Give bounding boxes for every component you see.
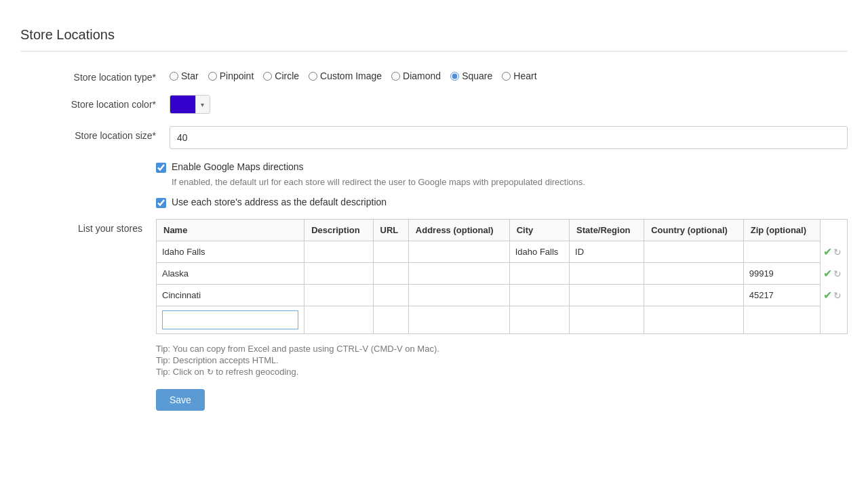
color-picker[interactable]: ▾ xyxy=(170,95,210,114)
radio-label-diamond[interactable]: Diamond xyxy=(403,70,441,81)
radio-label-custom-image[interactable]: Custom Image xyxy=(320,70,382,81)
new-zip-cell xyxy=(743,306,820,334)
tips-section: Tip: You can copy from Excel and paste u… xyxy=(156,344,848,377)
radio-option-circle[interactable]: Circle xyxy=(263,70,299,81)
table-row: Alaska 99919 ✔ ↻ xyxy=(157,263,848,285)
cell-country-1 xyxy=(644,241,744,263)
new-address-cell xyxy=(408,306,509,334)
cell-url-2 xyxy=(373,263,408,285)
cell-name-3: Cincinnati xyxy=(157,285,304,306)
location-type-label: Store location type* xyxy=(34,68,170,83)
cell-desc-1 xyxy=(304,241,373,263)
cell-state-1: ID xyxy=(570,241,644,263)
row-actions-1: ✔ ↻ xyxy=(821,241,848,263)
radio-option-diamond[interactable]: Diamond xyxy=(391,70,441,81)
radio-label-star[interactable]: Star xyxy=(181,70,199,81)
new-row-actions xyxy=(821,306,848,334)
col-header-name: Name xyxy=(157,220,304,241)
cell-desc-3 xyxy=(304,285,373,306)
radio-option-custom-image[interactable]: Custom Image xyxy=(309,70,382,81)
radio-option-star[interactable]: Star xyxy=(170,70,199,81)
cell-zip-1 xyxy=(743,241,820,263)
col-header-country: Country (optional) xyxy=(644,220,744,241)
radio-option-heart[interactable]: Heart xyxy=(502,70,536,81)
stores-table: Name Description URL Address (optional) … xyxy=(156,219,848,334)
table-row: Cincinnati 45217 ✔ ↻ xyxy=(157,285,848,306)
new-url-cell xyxy=(373,306,408,334)
new-country-cell xyxy=(644,306,744,334)
cell-country-2 xyxy=(644,263,744,285)
use-address-label[interactable]: Use each store's address as the default … xyxy=(172,197,387,207)
new-store-name-input[interactable] xyxy=(162,310,298,329)
radio-label-pinpoint[interactable]: Pinpoint xyxy=(220,70,254,81)
color-swatch xyxy=(170,95,195,114)
enable-maps-label[interactable]: Enable Google Maps directions xyxy=(172,161,304,172)
location-type-radio-group: Star Pinpoint Circle Custom Image xyxy=(170,68,848,81)
location-size-label: Store location size* xyxy=(34,126,170,141)
cell-state-3 xyxy=(570,285,644,306)
table-row: Idaho Falls Idaho Falls ID ✔ ↻ xyxy=(157,241,848,263)
check-icon-2[interactable]: ✔ xyxy=(823,267,832,280)
refresh-icon-3[interactable]: ↻ xyxy=(833,290,842,301)
cell-url-3 xyxy=(373,285,408,306)
tip-2: Tip: Description accepts HTML. xyxy=(156,355,848,365)
new-store-row xyxy=(157,306,848,334)
cell-url-1 xyxy=(373,241,408,263)
page-title: Store Locations xyxy=(20,27,848,52)
new-name-cell[interactable] xyxy=(157,306,304,334)
cell-state-2 xyxy=(570,263,644,285)
cell-zip-3: 45217 xyxy=(743,285,820,306)
cell-name-1: Idaho Falls xyxy=(157,241,304,263)
radio-label-circle[interactable]: Circle xyxy=(275,70,299,81)
use-address-checkbox[interactable] xyxy=(156,198,166,208)
cell-city-3 xyxy=(509,285,569,306)
col-header-state: State/Region xyxy=(570,220,644,241)
radio-option-pinpoint[interactable]: Pinpoint xyxy=(208,70,254,81)
tip-3: Tip: Click on ↻ to refresh geocoding. xyxy=(156,367,848,377)
row-actions-2: ✔ ↻ xyxy=(821,263,848,285)
col-header-description: Description xyxy=(304,220,373,241)
stores-section-label: List your stores xyxy=(20,219,156,234)
location-size-input[interactable] xyxy=(170,126,848,149)
row-actions-3: ✔ ↻ xyxy=(821,285,848,306)
enable-maps-checkbox-row: Enable Google Maps directions xyxy=(156,161,848,173)
use-address-checkbox-row: Use each store's address as the default … xyxy=(156,197,848,208)
cell-desc-2 xyxy=(304,263,373,285)
radio-option-square[interactable]: Square xyxy=(450,70,492,81)
location-color-label: Store location color* xyxy=(34,95,170,110)
check-icon-3[interactable]: ✔ xyxy=(823,289,832,302)
save-button[interactable]: Save xyxy=(156,389,205,411)
radio-label-heart[interactable]: Heart xyxy=(513,70,536,81)
tip-refresh-icon: ↻ xyxy=(207,367,214,377)
new-state-cell xyxy=(570,306,644,334)
stores-table-wrapper: Name Description URL Address (optional) … xyxy=(156,219,848,334)
tip-1: Tip: You can copy from Excel and paste u… xyxy=(156,344,848,354)
cell-zip-2: 99919 xyxy=(743,263,820,285)
enable-maps-checkbox[interactable] xyxy=(156,163,166,173)
enable-maps-description: If enabled, the default url for each sto… xyxy=(172,177,848,187)
col-header-zip: Zip (optional) xyxy=(743,220,820,241)
cell-address-1 xyxy=(408,241,509,263)
check-icon-1[interactable]: ✔ xyxy=(823,245,832,258)
color-dropdown-arrow-icon[interactable]: ▾ xyxy=(195,95,210,114)
col-header-city: City xyxy=(509,220,569,241)
cell-name-2: Alaska xyxy=(157,263,304,285)
new-city-cell xyxy=(509,306,569,334)
cell-address-3 xyxy=(408,285,509,306)
cell-city-2 xyxy=(509,263,569,285)
col-header-address: Address (optional) xyxy=(408,220,509,241)
cell-city-1: Idaho Falls xyxy=(509,241,569,263)
refresh-icon-2[interactable]: ↻ xyxy=(833,268,842,279)
new-desc-cell xyxy=(304,306,373,334)
radio-label-square[interactable]: Square xyxy=(462,70,492,81)
col-header-url: URL xyxy=(373,220,408,241)
cell-country-3 xyxy=(644,285,744,306)
cell-address-2 xyxy=(408,263,509,285)
refresh-icon-1[interactable]: ↻ xyxy=(833,247,842,258)
